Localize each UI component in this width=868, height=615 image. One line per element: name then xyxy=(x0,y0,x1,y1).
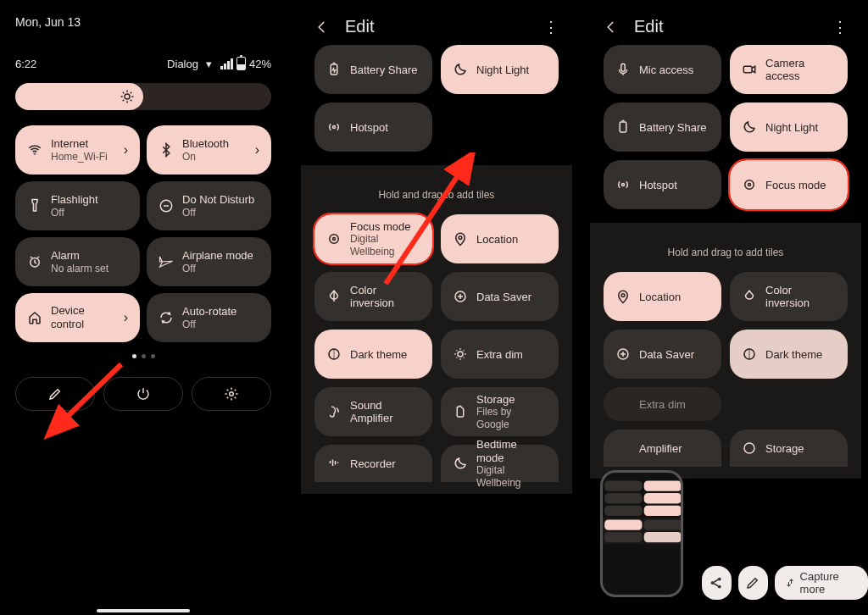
svg-point-10 xyxy=(459,236,462,240)
tile-data-saver[interactable]: Data Saver xyxy=(604,330,721,379)
tile-hotspot[interactable]: Hotspot xyxy=(314,102,432,152)
edit-header: Edit ⋮ xyxy=(301,0,572,45)
qs-tiles-grid: InternetHome_Wi-Fi › BluetoothOn › Flash… xyxy=(15,125,271,342)
tile-extra-dim[interactable]: Extra dim xyxy=(604,387,721,421)
clock: 6:22 xyxy=(15,58,36,70)
tile-label: Amplifier xyxy=(639,442,682,455)
more-icon[interactable]: ⋮ xyxy=(543,18,559,36)
tile-battery-share[interactable]: Battery Share xyxy=(604,102,721,152)
tile-label: Mic access xyxy=(639,64,693,76)
page-title: Edit xyxy=(634,17,663,36)
dim-icon xyxy=(615,396,631,412)
tile-location[interactable]: Location xyxy=(604,272,721,321)
tile-amplifier[interactable]: Amplifier xyxy=(604,429,721,467)
svg-point-1 xyxy=(34,153,36,155)
brightness-slider[interactable] xyxy=(15,83,271,110)
tile-camera-access[interactable]: Camera access xyxy=(730,45,848,94)
tile-internet[interactable]: InternetHome_Wi-Fi › xyxy=(15,125,140,175)
tile-mic-access[interactable]: Mic access xyxy=(604,45,721,94)
tile-dark-theme[interactable]: Dark theme xyxy=(730,330,848,379)
svg-point-21 xyxy=(621,294,625,297)
tile-sublabel: Off xyxy=(182,263,253,274)
svg-point-19 xyxy=(748,184,751,186)
tile-label: Focus mode xyxy=(765,179,826,191)
tile-color-inversion[interactable]: Color inversion xyxy=(730,272,848,321)
tile-label: Focus mode xyxy=(350,220,420,234)
tile-device-controls[interactable]: Device control › xyxy=(15,293,140,342)
tile-storage[interactable]: StorageFiles by Google xyxy=(441,387,559,436)
share-button[interactable] xyxy=(702,566,732,600)
tile-label: Alarm xyxy=(51,249,108,263)
svg-point-0 xyxy=(125,94,130,99)
tile-alarm[interactable]: AlarmNo alarm set xyxy=(15,237,140,286)
battery-icon xyxy=(236,57,246,70)
power-button[interactable] xyxy=(103,377,183,411)
tile-label: Location xyxy=(639,291,681,303)
tile-label: Data Saver xyxy=(476,291,531,303)
tile-night-light[interactable]: Night Light xyxy=(730,102,848,152)
tile-flashlight[interactable]: FlashlightOff xyxy=(15,181,140,230)
data-saver-icon xyxy=(453,289,468,304)
hearing-icon xyxy=(615,440,631,456)
nav-handle[interactable] xyxy=(97,609,190,612)
tile-sublabel: Files by Google xyxy=(476,406,547,430)
svg-rect-15 xyxy=(621,64,626,71)
tile-data-saver[interactable]: Data Saver xyxy=(441,272,559,321)
home-icon xyxy=(27,310,42,325)
tile-focus-mode[interactable]: Focus modeDigital Wellbeing xyxy=(314,214,432,263)
camera-icon xyxy=(742,62,757,77)
tile-label: Color inversion xyxy=(765,284,836,309)
tile-auto-rotate[interactable]: Auto-rotateOff xyxy=(147,293,271,342)
tile-extra-dim[interactable]: Extra dim xyxy=(441,330,559,379)
tile-bedtime[interactable]: Bedtime modeDigital Wellbeing xyxy=(441,445,559,482)
tile-color-inversion[interactable]: Color inversion xyxy=(314,272,432,321)
tile-location[interactable]: Location xyxy=(441,214,559,263)
svg-point-4 xyxy=(230,392,234,396)
tile-label: Bluetooth xyxy=(182,137,229,151)
tile-recorder[interactable]: Recorder xyxy=(314,445,432,482)
tile-sublabel: Off xyxy=(51,207,98,219)
tile-label: Dark theme xyxy=(765,348,822,361)
dark-theme-icon xyxy=(326,346,342,362)
carrier-label: Dialog xyxy=(167,58,198,70)
back-icon[interactable] xyxy=(604,19,619,35)
page-indicator xyxy=(15,354,271,358)
tile-sublabel: No alarm set xyxy=(51,263,108,274)
tile-airplane[interactable]: Airplane modeOff xyxy=(147,237,271,286)
tile-storage[interactable]: Storage xyxy=(730,429,848,467)
settings-button[interactable] xyxy=(192,377,271,411)
hotspot-icon xyxy=(615,177,631,192)
status-bar: 6:22 Dialog ▾ 42% xyxy=(15,56,271,71)
tile-label: Night Light xyxy=(765,121,818,134)
tile-hotspot[interactable]: Hotspot xyxy=(604,160,721,209)
tile-night-light[interactable]: Night Light xyxy=(441,45,559,94)
capture-more-button[interactable]: Capture more xyxy=(775,566,868,600)
tile-dnd[interactable]: Do Not DisturbOff xyxy=(147,181,271,230)
capture-more-label: Capture more xyxy=(800,570,858,596)
tile-label: Night Light xyxy=(476,64,529,76)
tile-bluetooth[interactable]: BluetoothOn › xyxy=(147,125,271,175)
tile-sublabel: On xyxy=(182,151,229,163)
screenshot-thumbnail[interactable] xyxy=(600,470,683,597)
edit-screenshot-button[interactable] xyxy=(738,566,768,600)
tile-label: Recorder xyxy=(350,457,395,470)
edit-button[interactable] xyxy=(15,377,95,411)
back-icon[interactable] xyxy=(314,19,330,35)
drag-hint: Hold and drag to add tiles xyxy=(604,235,848,272)
quick-settings-panel: Mon, Jun 13 6:22 Dialog ▾ 42% InternetHo… xyxy=(0,0,287,615)
tile-label: Battery Share xyxy=(639,121,707,134)
tile-sound-amplifier[interactable]: Sound Amplifier xyxy=(314,387,432,436)
tile-label: Location xyxy=(476,233,518,246)
wifi-icon: ▾ xyxy=(202,56,217,71)
dark-theme-icon xyxy=(742,346,757,362)
tile-label: Airplane mode xyxy=(182,249,253,263)
storage-icon xyxy=(742,440,757,456)
tile-focus-mode[interactable]: Focus mode xyxy=(730,160,848,209)
tile-dark-theme[interactable]: Dark theme xyxy=(314,330,432,379)
tile-label: Camera access xyxy=(765,57,836,82)
rotate-icon xyxy=(159,310,174,325)
recorder-icon xyxy=(326,456,342,471)
tile-battery-share[interactable]: Battery Share xyxy=(314,45,432,94)
more-icon[interactable]: ⋮ xyxy=(832,18,848,36)
svg-point-20 xyxy=(745,180,754,190)
